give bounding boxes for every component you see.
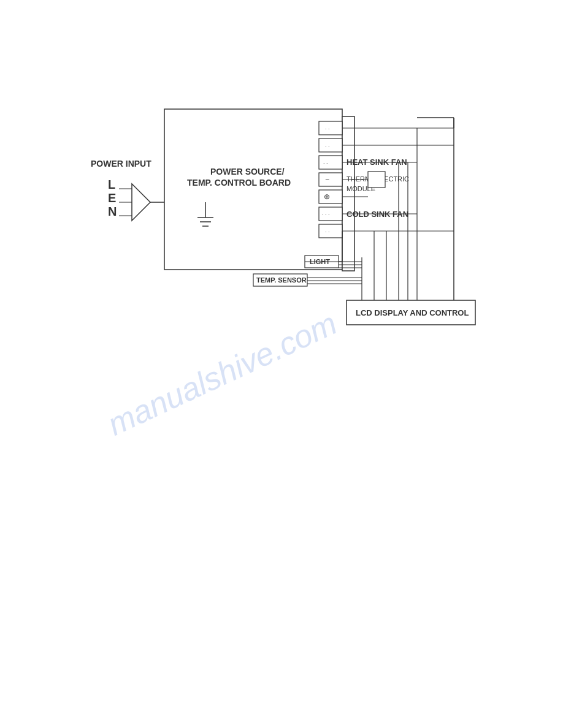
E-label: E [108, 191, 116, 205]
svg-text:· ·: · · [325, 229, 330, 235]
svg-rect-14 [319, 190, 342, 203]
lcd-display-label: LCD DISPLAY AND CONTROL [356, 308, 469, 317]
svg-rect-10 [319, 156, 342, 169]
svg-rect-25 [368, 172, 385, 188]
diagram-container: POWER SOURCE/ TEMP. CONTROL BOARD · · · … [0, 0, 563, 728]
svg-rect-0 [164, 109, 342, 270]
svg-rect-8 [319, 138, 342, 152]
svg-text:−: − [325, 175, 329, 184]
svg-text:⊕: ⊕ [324, 192, 330, 201]
temp-sensor-label: TEMP. SENSOR [256, 276, 307, 284]
svg-rect-6 [319, 121, 342, 135]
svg-rect-12 [319, 173, 342, 186]
svg-text:· · ·: · · · [322, 211, 330, 218]
svg-text:· ·: · · [323, 160, 328, 166]
power-input-label: POWER INPUT [91, 159, 151, 169]
N-label: N [108, 205, 117, 218]
power-source-label1: POWER SOURCE/ [210, 167, 285, 176]
svg-text:· ·: · · [325, 143, 330, 149]
L-label: L [108, 178, 115, 191]
svg-rect-5 [342, 116, 354, 271]
svg-text:· ·: · · [325, 126, 330, 132]
svg-rect-18 [319, 224, 342, 238]
power-source-label2: TEMP. CONTROL BOARD [187, 178, 291, 188]
